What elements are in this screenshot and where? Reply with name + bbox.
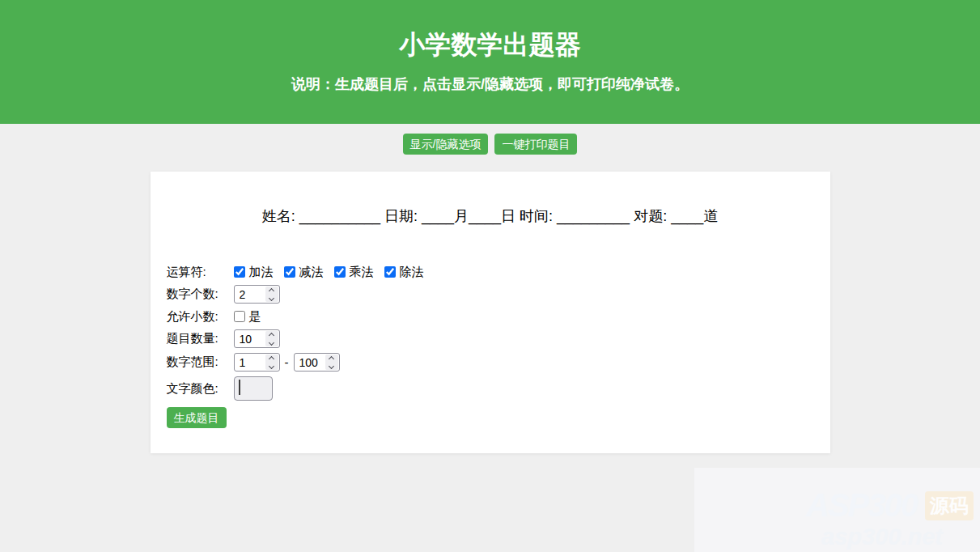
generate-button[interactable]: 生成题目 (167, 407, 227, 428)
app-header: 小学数学出题器 说明：生成题目后，点击显示/隐藏选项，即可打印纯净试卷。 (0, 0, 980, 124)
allow-decimal-checkbox[interactable] (234, 311, 245, 322)
spinner-down-icon (269, 295, 274, 301)
digit-count-field (234, 285, 280, 304)
allow-decimal-label: 允许小数: (167, 309, 234, 325)
allow-decimal-option[interactable]: 是 (234, 309, 261, 325)
digit-count-row: 数字个数: (167, 285, 814, 304)
operators-label: 运算符: (167, 265, 234, 280)
paper-header-line: 姓名: __________ 日期: ____月____日 时间: ______… (167, 206, 814, 226)
spinner-up-icon (269, 288, 274, 294)
multiplication-label: 乘法 (350, 265, 374, 280)
question-count-row: 题目数量: (167, 329, 814, 348)
spinner-down-icon (269, 340, 274, 346)
digit-count-spinner[interactable] (265, 287, 278, 302)
text-color-label: 文字颜色: (167, 381, 234, 397)
addition-checkbox[interactable] (234, 266, 245, 278)
print-button[interactable]: 一键打印题目 (494, 134, 577, 155)
spinner-up-icon (269, 333, 274, 338)
addition-label: 加法 (249, 265, 274, 280)
spinner-up-icon (269, 356, 274, 362)
toolbar: 显示/隐藏选项 一键打印题目 (0, 134, 980, 155)
range-separator: - (285, 355, 289, 369)
allow-decimal-option-label: 是 (249, 309, 261, 325)
subtraction-label: 减法 (299, 265, 324, 280)
spinner-down-icon (269, 363, 274, 369)
question-count-label: 题目数量: (167, 331, 234, 346)
number-range-row: 数字范围: - (167, 353, 814, 372)
question-count-spinner[interactable] (265, 331, 278, 346)
site-watermark: ASP300 源码 asp300.net (694, 468, 980, 552)
spinner-down-icon (329, 363, 334, 369)
watermark-brand-line: ASP300 源码 (694, 487, 980, 524)
range-min-spinner[interactable] (265, 355, 278, 370)
spinner-up-icon (329, 356, 334, 362)
generator-form: 运算符: 加法 减法 乘法 除法 数字个数: (167, 264, 814, 428)
generate-row: 生成题目 (167, 407, 814, 428)
color-swatch (239, 380, 240, 395)
subtraction-checkbox[interactable] (284, 266, 295, 278)
watermark-badge: 源码 (925, 491, 974, 520)
operators-row: 运算符: 加法 减法 乘法 除法 (167, 264, 814, 280)
text-color-row: 文字颜色: (167, 376, 814, 401)
text-color-picker[interactable] (234, 376, 273, 401)
allow-decimal-row: 允许小数: 是 (167, 308, 814, 325)
range-max-field (294, 353, 340, 372)
page-subtitle: 说明：生成题目后，点击显示/隐藏选项，即可打印纯净试卷。 (0, 76, 980, 94)
number-range-label: 数字范围: (167, 355, 234, 370)
watermark-site: asp300.net (694, 524, 980, 550)
toggle-options-button[interactable]: 显示/隐藏选项 (403, 134, 489, 155)
division-label: 除法 (400, 265, 424, 280)
operator-division[interactable]: 除法 (384, 265, 424, 280)
operator-multiplication[interactable]: 乘法 (334, 265, 374, 280)
multiplication-checkbox[interactable] (334, 266, 346, 278)
operator-subtraction[interactable]: 减法 (284, 265, 324, 280)
page-title: 小学数学出题器 (0, 30, 980, 60)
range-max-spinner[interactable] (325, 355, 338, 370)
range-min-field (234, 353, 280, 372)
division-checkbox[interactable] (384, 266, 396, 278)
worksheet-card: 姓名: __________ 日期: ____月____日 时间: ______… (151, 172, 830, 453)
question-count-field (234, 329, 280, 348)
operator-addition[interactable]: 加法 (234, 265, 274, 280)
digit-count-label: 数字个数: (167, 287, 234, 302)
watermark-brand: ASP300 (806, 487, 917, 524)
